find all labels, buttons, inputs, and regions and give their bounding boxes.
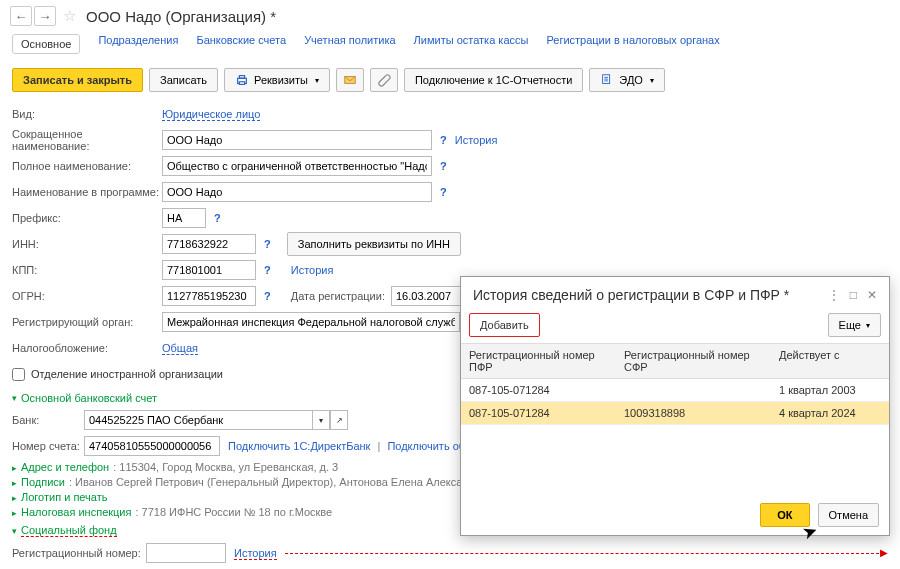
back-button[interactable]: ← xyxy=(10,6,32,26)
regorg-input[interactable] xyxy=(162,312,460,332)
tab-main[interactable]: Основное xyxy=(12,34,80,54)
regorg-label: Регистрирующий орган: xyxy=(12,316,162,328)
tab-policy[interactable]: Учетная политика xyxy=(304,34,395,54)
modal-maximize-icon[interactable]: □ xyxy=(850,288,857,302)
ok-button[interactable]: ОК xyxy=(760,503,809,527)
edo-icon xyxy=(600,73,614,87)
favorite-icon[interactable]: ☆ xyxy=(58,6,80,26)
connect-1c-button[interactable]: Подключение к 1С-Отчетности xyxy=(404,68,583,92)
acct-input[interactable] xyxy=(84,436,220,456)
help-icon[interactable]: ? xyxy=(264,290,271,302)
svg-rect-1 xyxy=(239,76,244,79)
edo-button[interactable]: ЭДО ▾ xyxy=(589,68,665,92)
attach-button[interactable] xyxy=(370,68,398,92)
full-name-input[interactable] xyxy=(162,156,432,176)
inn-input[interactable] xyxy=(162,234,256,254)
tab-subdivisions[interactable]: Подразделения xyxy=(98,34,178,54)
foreign-checkbox[interactable]: Отделение иностранной организации xyxy=(12,368,223,381)
tab-bank[interactable]: Банковские счета xyxy=(196,34,286,54)
save-button[interactable]: Записать xyxy=(149,68,218,92)
col-pfr[interactable]: Регистрационный номер ПФР xyxy=(461,344,616,378)
add-button[interactable]: Добавить xyxy=(469,313,540,337)
mail-icon xyxy=(343,73,357,87)
edo-label: ЭДО xyxy=(619,74,643,86)
cancel-button[interactable]: Отмена xyxy=(818,503,879,527)
tab-tax[interactable]: Регистрации в налоговых органах xyxy=(546,34,719,54)
forward-button[interactable]: → xyxy=(34,6,56,26)
bank-label: Банк: xyxy=(12,414,84,426)
help-icon[interactable]: ? xyxy=(264,264,271,276)
acct-label: Номер счета: xyxy=(12,440,84,452)
ogrn-label: ОГРН: xyxy=(12,290,162,302)
svg-rect-2 xyxy=(239,82,244,85)
kpp-label: КПП: xyxy=(12,264,162,276)
full-label: Полное наименование: xyxy=(12,160,162,172)
regnum-history-link[interactable]: История xyxy=(234,547,277,560)
taxation-label: Налогообложение: xyxy=(12,342,162,354)
ogrn-input[interactable] xyxy=(162,286,256,306)
tab-cash[interactable]: Лимиты остатка кассы xyxy=(414,34,529,54)
inn-label: ИНН: xyxy=(12,238,162,250)
prefix-label: Префикс: xyxy=(12,212,162,224)
annotation-arrow xyxy=(285,553,884,554)
table-row[interactable]: 087-105-071284 1009318898 4 квартал 2024 xyxy=(461,402,889,425)
regnum-input[interactable] xyxy=(146,543,226,563)
tabs: Основное Подразделения Банковские счета … xyxy=(0,32,900,62)
mail-button[interactable] xyxy=(336,68,364,92)
table-row[interactable]: 087-105-071284 1 квартал 2003 xyxy=(461,379,889,402)
print-icon xyxy=(235,73,249,87)
prog-name-input[interactable] xyxy=(162,182,432,202)
cell-sfr: 1009318898 xyxy=(616,402,771,424)
cell-sfr xyxy=(616,379,771,401)
taxation-value[interactable]: Общая xyxy=(162,342,198,355)
help-icon[interactable]: ? xyxy=(440,134,447,146)
col-from[interactable]: Действует с xyxy=(771,344,889,378)
cell-from: 1 квартал 2003 xyxy=(771,379,889,401)
prog-label: Наименование в программе: xyxy=(12,186,162,198)
kind-label: Вид: xyxy=(12,108,162,120)
fill-by-inn-button[interactable]: Заполнить реквизиты по ИНН xyxy=(287,232,461,256)
history-grid: Регистрационный номер ПФР Регистрационны… xyxy=(461,343,889,495)
col-sfr[interactable]: Регистрационный номер СФР xyxy=(616,344,771,378)
kpp-input[interactable] xyxy=(162,260,256,280)
modal-close-icon[interactable]: ✕ xyxy=(867,288,877,302)
requisites-label: Реквизиты xyxy=(254,74,308,86)
regdate-input[interactable] xyxy=(391,286,461,306)
window-title: ООО Надо (Организация) * xyxy=(86,8,276,25)
kpp-history-link[interactable]: История xyxy=(291,264,334,276)
short-history-link[interactable]: История xyxy=(455,134,498,146)
regnum-label: Регистрационный номер: xyxy=(12,547,146,559)
main-toolbar: Записать и закрыть Записать Реквизиты ▾ … xyxy=(0,62,900,102)
short-name-input[interactable] xyxy=(162,130,432,150)
requisites-button[interactable]: Реквизиты ▾ xyxy=(224,68,330,92)
history-modal: История сведений о регистрации в СФР и П… xyxy=(460,276,890,536)
cell-from: 4 квартал 2024 xyxy=(771,402,889,424)
help-icon[interactable]: ? xyxy=(264,238,271,250)
cell-pfr: 087-105-071284 xyxy=(461,402,616,424)
bank-dropdown-button[interactable]: ▾ xyxy=(312,410,330,430)
foreign-label: Отделение иностранной организации xyxy=(31,368,223,380)
help-icon[interactable]: ? xyxy=(440,186,447,198)
help-icon[interactable]: ? xyxy=(440,160,447,172)
bank-open-button[interactable]: ↗ xyxy=(330,410,348,430)
save-close-button[interactable]: Записать и закрыть xyxy=(12,68,143,92)
help-icon[interactable]: ? xyxy=(214,212,221,224)
modal-menu-icon[interactable]: ⋮ xyxy=(828,288,840,302)
directbank-link[interactable]: Подключить 1С:ДиректБанк xyxy=(228,440,370,452)
foreign-checkbox-input[interactable] xyxy=(12,368,25,381)
short-label: Сокращенное наименование: xyxy=(12,128,162,152)
paperclip-icon xyxy=(377,73,391,87)
cell-pfr: 087-105-071284 xyxy=(461,379,616,401)
more-button[interactable]: Еще xyxy=(828,313,881,337)
prefix-input[interactable] xyxy=(162,208,206,228)
regdate-label: Дата регистрации: xyxy=(279,290,391,302)
bank-input[interactable] xyxy=(84,410,312,430)
kind-value[interactable]: Юридическое лицо xyxy=(162,108,260,121)
modal-title: История сведений о регистрации в СФР и П… xyxy=(473,287,828,303)
